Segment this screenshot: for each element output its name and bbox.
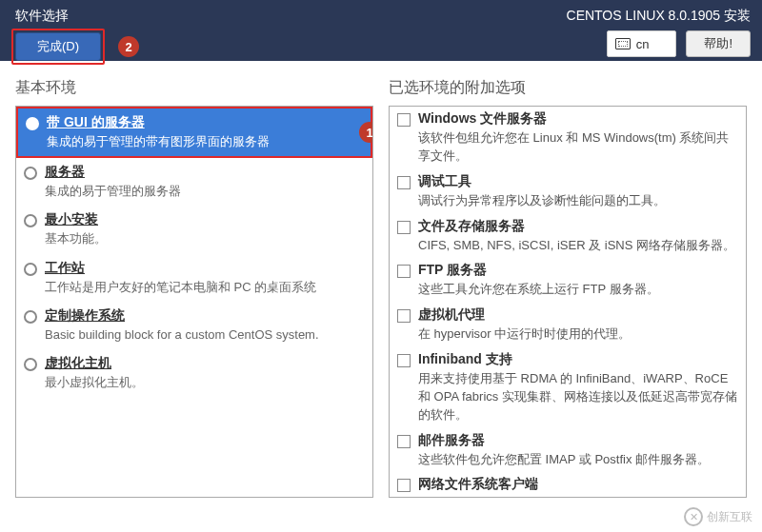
addon-name: 调试工具 xyxy=(418,173,738,190)
header-left: 软件选择 完成(D) 2 xyxy=(11,8,139,65)
annotation-marker-2: 2 xyxy=(118,36,139,57)
environment-option[interactable]: 最小安装基本功能。 xyxy=(16,206,372,253)
install-title: CENTOS LINUX 8.0.1905 安装 xyxy=(567,8,751,25)
watermark: ✕ 创新互联 xyxy=(684,507,752,526)
environment-desc: Basic building block for a custom CentOS… xyxy=(45,326,363,344)
addon-name: Windows 文件服务器 xyxy=(418,110,738,128)
addons-list[interactable]: Windows 文件服务器该软件包组允许您在 Linux 和 MS Window… xyxy=(389,106,747,498)
addon-option[interactable]: 邮件服务器这些软件包允许您配置 IMAP 或 Postfix 邮件服务器。 xyxy=(390,428,746,473)
radio-icon xyxy=(24,310,37,324)
watermark-text: 创新互联 xyxy=(707,509,752,525)
addon-desc: 在 hypervisor 中运行时时使用的代理。 xyxy=(418,325,738,344)
addon-desc: CIFS, SMB, NFS, iSCSI, iSER 及 iSNS 网络存储服… xyxy=(418,237,738,255)
keyboard-layout-label: cn xyxy=(636,37,650,51)
environment-desc: 工作站是用户友好的笔记本电脑和 PC 的桌面系统 xyxy=(45,279,363,296)
base-environment-column: 基本环境 带 GUI 的服务器集成的易于管理的带有图形界面的服务器1服务器集成的… xyxy=(15,78,373,498)
environment-option[interactable]: 服务器集成的易于管理的服务器 xyxy=(16,158,372,206)
addon-option[interactable]: 虚拟机代理在 hypervisor 中运行时时使用的代理。 xyxy=(390,303,746,347)
addon-desc: 这些软件包允许您配置 IMAP 或 Postfix 邮件服务器。 xyxy=(418,451,738,469)
environment-desc: 集成的易于管理的带有图形界面的服务器 xyxy=(47,133,361,150)
environment-name: 虚拟化主机 xyxy=(45,355,363,372)
base-environment-list[interactable]: 带 GUI 的服务器集成的易于管理的带有图形界面的服务器1服务器集成的易于管理的… xyxy=(15,106,373,498)
environment-desc: 最小虚拟化主机。 xyxy=(45,374,363,391)
checkbox-icon[interactable] xyxy=(397,265,411,278)
addon-name: 文件及存储服务器 xyxy=(418,218,738,235)
environment-name: 工作站 xyxy=(45,260,363,277)
environment-desc: 集成的易于管理的服务器 xyxy=(45,183,363,200)
checkbox-icon[interactable] xyxy=(397,479,411,492)
base-environment-title: 基本环境 xyxy=(15,78,373,98)
environment-option[interactable]: 定制操作系统Basic building block for a custom … xyxy=(16,302,372,349)
environment-name: 服务器 xyxy=(45,164,363,181)
addon-desc: 调试行为异常程序以及诊断性能问题的工具。 xyxy=(418,192,738,210)
keyboard-icon xyxy=(615,38,631,49)
page-title: 软件选择 xyxy=(15,8,139,25)
environment-name: 定制操作系统 xyxy=(45,307,363,325)
help-button[interactable]: 帮助! xyxy=(686,30,751,57)
addon-desc: 该软件包组允许您在 Linux 和 MS Windows(tm) 系统间共享文件… xyxy=(418,129,738,166)
addons-title: 已选环境的附加选项 xyxy=(389,78,747,98)
header-right: CENTOS LINUX 8.0.1905 安装 cn 帮助! xyxy=(567,8,751,57)
checkbox-icon[interactable] xyxy=(397,221,411,234)
radio-icon xyxy=(24,358,37,371)
addon-name: 邮件服务器 xyxy=(418,432,738,449)
checkbox-icon[interactable] xyxy=(397,176,411,189)
addon-name: 网络文件系统客户端 xyxy=(418,476,738,493)
radio-icon xyxy=(24,214,37,227)
annotation-marker-1: 1 xyxy=(359,122,373,143)
keyboard-layout-selector[interactable]: cn xyxy=(607,30,677,57)
addons-column: 已选环境的附加选项 Windows 文件服务器该软件包组允许您在 Linux 和… xyxy=(389,78,747,498)
environment-option-highlight: 带 GUI 的服务器集成的易于管理的带有图形界面的服务器1 xyxy=(16,107,372,158)
addon-desc: 用来支持使用基于 RDMA 的 InfiniBand、iWARP、RoCE 和 … xyxy=(418,370,738,424)
addon-option[interactable]: 网络文件系统客户端 xyxy=(390,472,746,497)
radio-icon xyxy=(24,167,37,180)
addon-option[interactable]: 调试工具调试行为异常程序以及诊断性能问题的工具。 xyxy=(390,169,746,214)
checkbox-icon[interactable] xyxy=(397,113,411,127)
addon-name: 虚拟机代理 xyxy=(418,306,738,324)
radio-icon xyxy=(24,263,37,276)
checkbox-icon[interactable] xyxy=(397,435,411,448)
addon-option[interactable]: FTP 服务器这些工具允许您在系统上运行 FTP 服务器。 xyxy=(390,258,746,303)
addon-name: Infiniband 支持 xyxy=(418,351,738,368)
header-bar: 软件选择 完成(D) 2 CENTOS LINUX 8.0.1905 安装 cn… xyxy=(0,0,762,61)
environment-option[interactable]: 带 GUI 的服务器集成的易于管理的带有图形界面的服务器 xyxy=(18,108,371,156)
environment-name: 最小安装 xyxy=(45,211,363,228)
environment-option[interactable]: 虚拟化主机最小虚拟化主机。 xyxy=(16,349,372,397)
done-button-highlight: 完成(D) xyxy=(11,29,105,65)
watermark-icon: ✕ xyxy=(684,507,703,526)
environment-desc: 基本功能。 xyxy=(45,230,363,247)
radio-icon xyxy=(26,117,39,130)
content-area: 基本环境 带 GUI 的服务器集成的易于管理的带有图形界面的服务器1服务器集成的… xyxy=(0,61,762,498)
addon-name: FTP 服务器 xyxy=(418,262,738,279)
done-button[interactable]: 完成(D) xyxy=(15,32,101,61)
environment-option[interactable]: 工作站工作站是用户友好的笔记本电脑和 PC 的桌面系统 xyxy=(16,254,372,302)
checkbox-icon[interactable] xyxy=(397,354,411,367)
checkbox-icon[interactable] xyxy=(397,309,411,323)
environment-name: 带 GUI 的服务器 xyxy=(47,114,361,131)
addon-option[interactable]: Windows 文件服务器该软件包组允许您在 Linux 和 MS Window… xyxy=(390,107,746,169)
addon-option[interactable]: Infiniband 支持用来支持使用基于 RDMA 的 InfiniBand、… xyxy=(390,347,746,428)
addon-option[interactable]: 文件及存储服务器CIFS, SMB, NFS, iSCSI, iSER 及 iS… xyxy=(390,214,746,259)
addon-desc: 这些工具允许您在系统上运行 FTP 服务器。 xyxy=(418,281,738,299)
